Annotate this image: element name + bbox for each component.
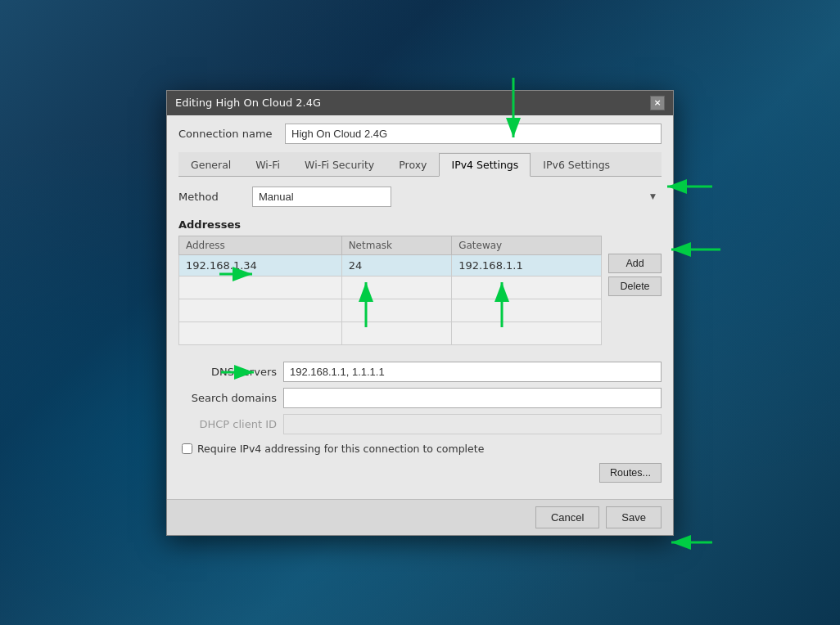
dialog-titlebar: Editing High On Cloud 2.4G × xyxy=(167,91,673,115)
delete-button[interactable]: Delete xyxy=(608,277,662,296)
routes-row: Routes... xyxy=(178,463,662,483)
address-cell: 192.168.1.34 xyxy=(179,254,342,276)
dialog-title: Editing High On Cloud 2.4G xyxy=(175,97,321,109)
tab-ipv6-settings[interactable]: IPv6 Settings xyxy=(531,153,622,177)
connection-name-row: Connection name xyxy=(178,124,662,144)
table-row-empty2 xyxy=(179,299,602,321)
connection-name-input[interactable] xyxy=(285,124,662,144)
addresses-section-title: Addresses xyxy=(178,218,662,231)
table-row-empty3 xyxy=(179,321,602,344)
table-row-empty xyxy=(179,276,602,299)
dns-servers-label: DNS servers xyxy=(178,366,277,378)
method-select[interactable]: Manual Automatic (DHCP) Link-Local Only … xyxy=(252,187,391,207)
connection-name-label: Connection name xyxy=(178,128,277,140)
close-button[interactable]: × xyxy=(650,96,665,110)
netmask-cell: 24 xyxy=(341,254,452,276)
network-editor-dialog: Editing High On Cloud 2.4G × Connection … xyxy=(166,90,674,536)
tab-wifi-security[interactable]: Wi-Fi Security xyxy=(292,153,386,177)
gateway-cell: 192.168.1.1 xyxy=(452,254,602,276)
tab-general[interactable]: General xyxy=(178,153,243,177)
tab-proxy[interactable]: Proxy xyxy=(386,153,439,177)
dns-servers-input[interactable] xyxy=(283,362,662,382)
require-ipv4-row: Require IPv4 addressing for this connect… xyxy=(178,443,662,455)
tab-wifi[interactable]: Wi-Fi xyxy=(243,153,292,177)
dialog-footer: Cancel Save xyxy=(167,499,673,535)
dns-servers-row: DNS servers xyxy=(178,362,662,382)
dhcp-client-id-label: DHCP client ID xyxy=(178,418,277,430)
col-header-netmask: Netmask xyxy=(341,236,452,254)
routes-button[interactable]: Routes... xyxy=(599,463,662,483)
tabs-bar: General Wi-Fi Wi-Fi Security Proxy IPv4 … xyxy=(178,152,662,177)
dhcp-client-id-row: DHCP client ID xyxy=(178,414,662,434)
addresses-container: Address Netmask Gateway 192.168.1.34 24 … xyxy=(178,236,662,353)
method-select-wrapper: Manual Automatic (DHCP) Link-Local Only … xyxy=(252,187,662,207)
addresses-table-area: Address Netmask Gateway 192.168.1.34 24 … xyxy=(178,236,602,353)
save-button[interactable]: Save xyxy=(606,506,662,528)
search-domains-input[interactable] xyxy=(283,388,662,408)
col-header-gateway: Gateway xyxy=(452,236,602,254)
addresses-table: Address Netmask Gateway 192.168.1.34 24 … xyxy=(178,236,602,345)
tab-ipv4-settings[interactable]: IPv4 Settings xyxy=(439,153,531,177)
require-ipv4-label[interactable]: Require IPv4 addressing for this connect… xyxy=(197,443,484,455)
address-buttons: Add Delete xyxy=(608,236,662,353)
method-row: Method Manual Automatic (DHCP) Link-Loca… xyxy=(178,187,662,207)
search-domains-row: Search domains xyxy=(178,388,662,408)
add-button[interactable]: Add xyxy=(608,254,662,273)
method-label: Method xyxy=(178,191,244,203)
require-ipv4-checkbox[interactable] xyxy=(182,443,192,454)
dialog-body: Connection name General Wi-Fi Wi-Fi Secu… xyxy=(167,115,673,499)
cancel-button[interactable]: Cancel xyxy=(535,506,599,528)
table-row[interactable]: 192.168.1.34 24 192.168.1.1 xyxy=(179,254,602,276)
search-domains-label: Search domains xyxy=(178,392,277,404)
col-header-address: Address xyxy=(179,236,342,254)
dhcp-client-id-input xyxy=(283,414,662,434)
